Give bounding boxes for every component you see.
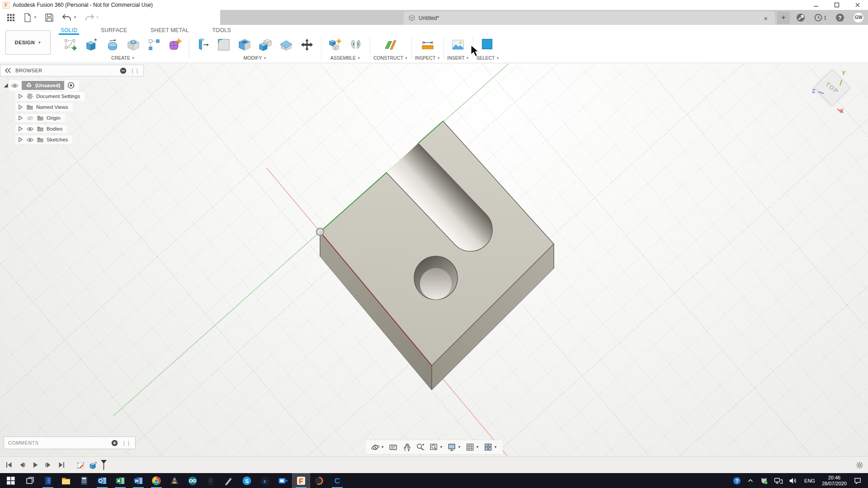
taskbar-brave-button[interactable]	[310, 473, 328, 488]
extrude-feature[interactable]	[88, 460, 98, 470]
pan-button[interactable]	[400, 441, 414, 454]
group-label-construct[interactable]: CONSTRUCT▼	[373, 55, 408, 61]
taskbar-word-button[interactable]	[129, 473, 147, 488]
redo-button[interactable]: ▼	[81, 11, 102, 24]
expander-closed-icon[interactable]	[17, 104, 24, 110]
tool-measure[interactable]	[417, 35, 438, 55]
save-button[interactable]	[42, 11, 57, 24]
action-center-icon[interactable]	[854, 477, 862, 485]
sketch-feature[interactable]	[76, 460, 86, 470]
tool-combine[interactable]	[255, 35, 276, 55]
model-body[interactable]	[320, 121, 554, 390]
extensions-wrench-icon[interactable]	[796, 13, 805, 22]
tool-hole[interactable]	[123, 35, 144, 55]
taskbar-notebook-button[interactable]	[39, 473, 57, 488]
undo-button[interactable]: ▼	[59, 11, 80, 24]
viewport-3d[interactable]: BROWSER ❘❘ (Unsaved) Document SettingsNa…	[0, 64, 868, 456]
look-at-button[interactable]	[387, 441, 400, 454]
eye-icon[interactable]	[26, 126, 34, 132]
tool-split-body[interactable]	[276, 35, 297, 55]
net-tray-icon[interactable]	[774, 477, 783, 485]
job-status-button[interactable]: 1	[814, 14, 826, 22]
skip-start-button[interactable]	[5, 460, 14, 469]
maximize-button[interactable]	[826, 0, 847, 10]
minimize-button[interactable]	[806, 0, 826, 10]
activate-target-icon[interactable]	[67, 82, 75, 89]
help-icon[interactable]: ?	[835, 13, 844, 22]
play-button[interactable]	[31, 460, 40, 469]
orbit-button[interactable]: ▼	[368, 441, 387, 454]
browser-item-bodies[interactable]: Bodies	[3, 123, 144, 134]
eye-icon[interactable]	[11, 83, 19, 89]
tool-create-sketch[interactable]	[61, 35, 81, 55]
taskbar-inkscape-button[interactable]	[202, 473, 220, 488]
ribbon-tab-surface[interactable]: SURFACE	[99, 27, 129, 35]
ribbon-tab-solid[interactable]: SOLID	[59, 27, 79, 35]
expander-closed-icon[interactable]	[17, 93, 24, 99]
minimize-panel-icon[interactable]	[120, 67, 127, 74]
taskbar-arduino-button[interactable]	[184, 473, 202, 488]
tool-construct-plane[interactable]	[380, 35, 401, 55]
display-settings-button[interactable]: ▼	[445, 441, 463, 454]
zoom-button[interactable]	[414, 441, 427, 454]
expander-open-icon[interactable]	[3, 82, 9, 89]
apps-grid-button[interactable]	[4, 11, 18, 24]
tool-move-copy[interactable]	[297, 35, 317, 55]
browser-item-named-views[interactable]: Named Views	[3, 102, 144, 113]
document-tab[interactable]: Untitled* ×	[404, 11, 775, 25]
group-label-insert[interactable]: INSERT▼	[447, 55, 469, 61]
tool-joint[interactable]	[345, 35, 366, 55]
origin-marker[interactable]	[316, 228, 324, 235]
close-button[interactable]	[847, 0, 868, 10]
panel-grip[interactable]: ❘❘	[131, 68, 140, 74]
expander-closed-icon[interactable]	[17, 126, 24, 132]
tool-select[interactable]	[477, 35, 498, 55]
eye-hidden-icon[interactable]	[26, 115, 34, 121]
ribbon-tab-sheet-metal[interactable]: SHEET METAL	[149, 27, 190, 35]
browser-item-document-settings[interactable]: Document Settings	[3, 91, 144, 102]
skip-end-button[interactable]	[57, 460, 66, 469]
timeline-position-marker[interactable]	[100, 460, 108, 470]
vol-tray-icon[interactable]	[789, 477, 797, 484]
taskbar-fusion-360-button[interactable]	[292, 473, 310, 488]
taskbar-clock[interactable]: 20:46 28/07/2020	[822, 475, 847, 487]
expander-closed-icon[interactable]	[17, 115, 24, 121]
taskbar-edge-button[interactable]: e	[256, 473, 274, 488]
taskbar-pen-tool-button[interactable]	[220, 473, 238, 488]
timeline-settings-gear-icon[interactable]	[856, 461, 863, 469]
tool-rectangular-pattern[interactable]	[144, 35, 165, 55]
chevron-tray-icon[interactable]	[747, 477, 754, 484]
av-tray-icon[interactable]	[760, 477, 768, 485]
help-tray-icon[interactable]: ?	[733, 477, 741, 485]
collapse-panel-icon[interactable]	[4, 67, 11, 74]
tool-revolve[interactable]	[102, 35, 123, 55]
group-label-create[interactable]: CREATE▼	[111, 55, 135, 61]
tab-close-icon[interactable]: ×	[761, 14, 770, 22]
browser-root-row[interactable]: (Unsaved)	[3, 80, 144, 91]
step-back-button[interactable]	[18, 460, 27, 469]
tool-extrude[interactable]	[81, 35, 102, 55]
taskbar-start-button[interactable]	[0, 473, 21, 488]
browser-item-origin[interactable]: Origin	[3, 113, 144, 123]
grid-settings-button[interactable]: ▼	[463, 441, 481, 454]
view-cube[interactable]: TOP Y Z X	[810, 70, 855, 115]
expander-closed-icon[interactable]	[17, 136, 24, 143]
tool-create-form[interactable]	[165, 35, 185, 55]
taskbar-cura-button[interactable]: C	[328, 473, 346, 488]
tool-shell[interactable]	[234, 35, 255, 55]
tool-press-pull[interactable]	[193, 35, 213, 55]
group-label-assemble[interactable]: ASSEMBLE▼	[330, 55, 361, 61]
tool-fillet[interactable]	[213, 35, 234, 55]
tool-insert-canvas[interactable]	[448, 35, 468, 55]
taskbar-excel-button[interactable]	[111, 473, 129, 488]
taskbar-slicer-button[interactable]	[165, 473, 184, 488]
comments-panel[interactable]: COMMENTS ❘❘	[4, 436, 136, 449]
user-avatar[interactable]: GW	[854, 13, 863, 23]
taskbar-chrome-button[interactable]	[147, 473, 165, 488]
taskbar-task-view-button[interactable]	[21, 473, 39, 488]
taskbar-calculator-button[interactable]	[75, 473, 93, 488]
add-comment-icon[interactable]	[111, 440, 118, 446]
taskbar-skype-button[interactable]: S	[238, 473, 256, 488]
fit-button[interactable]: ▼	[427, 441, 445, 454]
group-label-inspect[interactable]: INSPECT▼	[415, 55, 440, 61]
